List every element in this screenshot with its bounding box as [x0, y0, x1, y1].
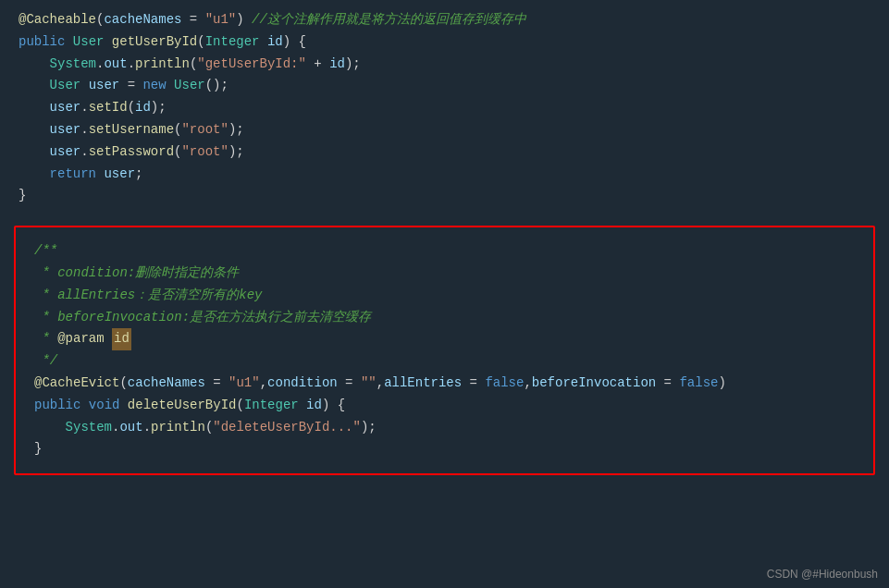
code-line: * @param id	[34, 328, 855, 350]
code-line: * beforeInvocation:是否在方法执行之前去清空缓存	[34, 307, 855, 329]
code-line: /**	[34, 240, 855, 263]
annotation-cacheable: @Cacheable	[19, 9, 96, 31]
code-line: User user = new User();	[19, 75, 870, 97]
code-line: return user;	[19, 164, 870, 186]
code-line: @Cacheable(cacheNames = "u1") //这个注解作用就是…	[19, 9, 870, 31]
code-line: System.out.println("getUserById:" + id);	[19, 54, 870, 76]
code-line: public User getUserById(Integer id) {	[19, 31, 870, 54]
code-section-bottom: /** * condition:删除时指定的条件 * allEntries：是否…	[14, 226, 875, 475]
code-line: * condition:删除时指定的条件	[34, 263, 855, 285]
watermark: CSDN @#Hideonbush	[767, 568, 878, 581]
code-line: System.out.println("deleteUserById...");	[34, 417, 855, 439]
code-line: user.setPassword("root");	[19, 141, 870, 164]
code-line: */	[34, 350, 855, 373]
code-line: }	[19, 185, 870, 207]
code-line: @CacheEvict(cacheNames = "u1",condition …	[34, 373, 855, 395]
code-section-top: @Cacheable(cacheNames = "u1") //这个注解作用就是…	[0, 0, 889, 216]
code-line: user.setId(id);	[19, 97, 870, 119]
code-line: }	[34, 438, 855, 460]
code-line: user.setUsername("root");	[19, 119, 870, 141]
code-line: public void deleteUserById(Integer id) {	[34, 395, 855, 417]
code-line: * allEntries：是否清空所有的key	[34, 285, 855, 307]
code-editor: @Cacheable(cacheNames = "u1") //这个注解作用就是…	[0, 0, 889, 588]
